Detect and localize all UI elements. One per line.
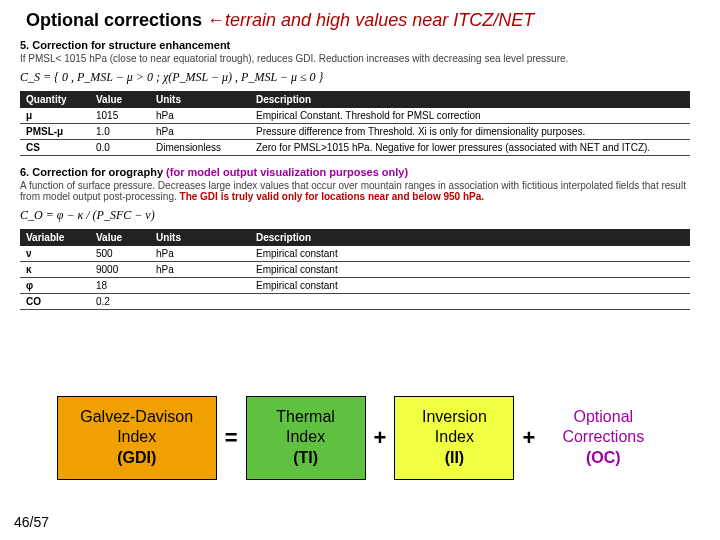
- table-row: κ9000hPaEmpirical constant: [20, 262, 690, 278]
- table-row: φ18Empirical constant: [20, 278, 690, 294]
- section6-table: Variable Value Units Description ν500hPa…: [20, 229, 690, 310]
- page-title: Optional corrections ←terrain and high v…: [0, 0, 720, 35]
- section5-formula: C_S = { 0 , P_MSL − μ > 0 ; χ(P_MSL − μ)…: [0, 68, 720, 91]
- table-header-row: Variable Value Units Description: [20, 229, 690, 246]
- table-row: ν500hPaEmpirical constant: [20, 246, 690, 262]
- table-row: CS0.0DimensionlessZero for PMSL>1015 hPa…: [20, 140, 690, 156]
- col-description: Description: [250, 229, 690, 246]
- ii-box: Inversion Index (II): [394, 396, 514, 480]
- table-header-row: Quantity Value Units Description: [20, 91, 690, 108]
- section6-formula: C_O = φ − κ / (P_SFC − ν): [0, 206, 720, 229]
- ti-box: Thermal Index (TI): [246, 396, 366, 480]
- section5-table: Quantity Value Units Description μ1015hP…: [20, 91, 690, 156]
- section6-heading: 6. Correction for orography (for model o…: [0, 162, 720, 180]
- arrow-left-icon: ←: [207, 10, 225, 30]
- col-variable: Variable: [20, 229, 90, 246]
- col-description: Description: [250, 91, 690, 108]
- plus-op: +: [522, 425, 535, 451]
- section6-note: (for model output visualization purposes…: [163, 166, 408, 178]
- page-number: 46/57: [14, 514, 49, 530]
- table-row: CO0.2: [20, 294, 690, 310]
- title-main: Optional corrections: [26, 10, 202, 30]
- title-sub: terrain and high values near ITCZ/NET: [225, 10, 534, 30]
- oc-box: Optional Corrections (OC): [543, 397, 663, 479]
- section5-desc: If PMSL< 1015 hPa (close to near equator…: [0, 53, 720, 68]
- section6-warning: The GDI is truly valid only for location…: [180, 191, 485, 202]
- section6-desc: A function of surface pressure. Decrease…: [0, 180, 720, 206]
- section5-heading: 5. Correction for structure enhancement: [0, 35, 720, 53]
- col-units: Units: [150, 91, 250, 108]
- table-row: μ1015hPaEmpirical Constant. Threshold fo…: [20, 108, 690, 124]
- col-value: Value: [90, 229, 150, 246]
- gdi-box: Galvez-Davison Index (GDI): [57, 396, 217, 480]
- col-units: Units: [150, 229, 250, 246]
- table-row: PMSL-μ1.0hPaPressure difference from Thr…: [20, 124, 690, 140]
- equation-row: Galvez-Davison Index (GDI) = Thermal Ind…: [0, 396, 720, 480]
- col-value: Value: [90, 91, 150, 108]
- plus-op: +: [374, 425, 387, 451]
- col-quantity: Quantity: [20, 91, 90, 108]
- equals-op: =: [225, 425, 238, 451]
